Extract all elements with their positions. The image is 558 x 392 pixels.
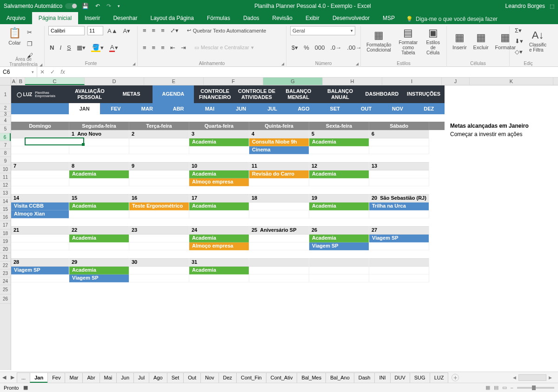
- month-mar[interactable]: MAR: [132, 103, 163, 114]
- sheet-tab-bal_ano[interactable]: Bal_Ano: [326, 372, 354, 383]
- orientation-icon[interactable]: ⤢▾: [169, 26, 180, 35]
- day-cell[interactable]: 2: [129, 130, 189, 154]
- user-name[interactable]: Leandro Borges: [505, 3, 545, 9]
- day-cell[interactable]: 16Teste Ergonométrico: [129, 194, 189, 218]
- row-header-22[interactable]: 22: [0, 261, 11, 269]
- day-cell[interactable]: 9: [129, 162, 189, 186]
- sheet-tab-set[interactable]: Set: [167, 372, 184, 383]
- month-jun[interactable]: JUN: [226, 103, 257, 114]
- month-set[interactable]: SET: [319, 103, 351, 114]
- event[interactable]: Revisão do Carro: [249, 170, 309, 178]
- col-header-G[interactable]: G: [263, 78, 323, 85]
- event[interactable]: Viagem SP: [11, 267, 69, 274]
- menu-layout[interactable]: Layout da Página: [144, 12, 200, 24]
- row-header-20[interactable]: 20: [0, 245, 11, 253]
- hscroll-track[interactable]: [518, 374, 546, 381]
- event[interactable]: Almoço empresa: [189, 178, 249, 186]
- day-cell[interactable]: 14Visita CCBBAlmoço Xian: [11, 194, 69, 218]
- month-jan[interactable]: JAN: [69, 103, 100, 114]
- day-cell[interactable]: 23: [129, 226, 189, 250]
- row-header-8[interactable]: 8: [0, 149, 11, 157]
- merge-center-button[interactable]: ▭Mesclar e Centralizar ▾: [190, 43, 258, 52]
- day-cell[interactable]: 17Academia: [189, 194, 249, 218]
- row-header-19[interactable]: 19: [0, 237, 11, 245]
- col-header-C[interactable]: C: [25, 78, 85, 85]
- day-cell[interactable]: 4Consulta Niobe 9hCinema: [249, 130, 309, 154]
- row-header-15[interactable]: 15: [0, 205, 11, 213]
- col-header-D[interactable]: D: [85, 78, 144, 85]
- increase-font-icon[interactable]: A▲: [106, 26, 119, 35]
- col-header-J[interactable]: J: [442, 78, 470, 85]
- font-dialog-icon[interactable]: ◢: [133, 62, 135, 66]
- row-header-18[interactable]: 18: [0, 229, 11, 237]
- nav-balanço-mensal[interactable]: BALANÇO MENSAL: [278, 85, 319, 103]
- nav-metas[interactable]: METAS: [111, 85, 153, 103]
- cell-styles-button[interactable]: ▣Estilos de Célula: [423, 26, 443, 56]
- col-header-E[interactable]: E: [144, 78, 204, 85]
- event[interactable]: Academia: [189, 138, 249, 146]
- align-right-icon[interactable]: ≡: [159, 43, 166, 52]
- save-icon[interactable]: 💾: [82, 3, 89, 9]
- col-header-F[interactable]: F: [204, 78, 263, 85]
- sheet-tab-nov[interactable]: Nov: [200, 372, 219, 383]
- day-cell[interactable]: 31Academia: [189, 258, 249, 282]
- sheet-tab-bal_mes[interactable]: Bal_Mes: [297, 372, 326, 383]
- number-dialog-icon[interactable]: ◢: [356, 62, 359, 66]
- row-header-13[interactable]: 13: [0, 189, 11, 197]
- sheet-tab-jun[interactable]: Jun: [116, 372, 134, 383]
- menu-review[interactable]: Revisão: [266, 12, 299, 24]
- view-page-break-icon[interactable]: ▭: [502, 385, 507, 391]
- day-cell[interactable]: 25Aniversário SP: [249, 226, 309, 250]
- format-as-table-button[interactable]: ▤Formatar como Tabela: [396, 26, 420, 56]
- row-header-5[interactable]: 5: [0, 125, 11, 133]
- row-header-12[interactable]: 12: [0, 181, 11, 189]
- event[interactable]: Teste Ergonométrico: [129, 203, 189, 210]
- increase-decimal-icon[interactable]: .0→: [329, 43, 343, 52]
- row-header-14[interactable]: 14: [0, 197, 11, 205]
- hscroll-right-icon[interactable]: ▶: [547, 375, 553, 380]
- col-header-H[interactable]: H: [323, 78, 382, 85]
- month-fev[interactable]: FEV: [100, 103, 131, 114]
- nav-agenda[interactable]: AGENDA: [153, 85, 194, 103]
- thousands-icon[interactable]: 000: [313, 43, 326, 52]
- menu-insert[interactable]: Inserir: [78, 12, 106, 24]
- month-ago[interactable]: AGO: [288, 103, 319, 114]
- sheet-tab-jan[interactable]: Jan: [30, 372, 48, 383]
- row-header-26[interactable]: 26: [0, 294, 11, 304]
- align-middle-icon[interactable]: ≡: [151, 26, 157, 35]
- number-format-select[interactable]: Geral▾: [290, 26, 355, 35]
- underline-button[interactable]: S: [66, 43, 73, 52]
- row-header-17[interactable]: 17: [0, 221, 11, 229]
- day-cell[interactable]: [11, 130, 69, 154]
- delete-cells-button[interactable]: ▦Excluir: [472, 31, 491, 51]
- cut-icon[interactable]: ✂: [26, 28, 34, 37]
- row-header-1[interactable]: 1: [0, 85, 11, 104]
- day-cell[interactable]: 18: [249, 194, 309, 218]
- day-cell[interactable]: 15Academia: [69, 194, 129, 218]
- row-header-16[interactable]: 16: [0, 213, 11, 221]
- fill-icon[interactable]: ⬇▾: [513, 37, 525, 46]
- month-out[interactable]: OUT: [351, 103, 382, 114]
- alignment-dialog-icon[interactable]: ◢: [281, 62, 284, 66]
- event[interactable]: Academia: [309, 138, 369, 146]
- day-cell[interactable]: 30: [129, 258, 189, 282]
- day-cell[interactable]: 13: [369, 162, 429, 186]
- font-name-input[interactable]: [48, 26, 85, 35]
- align-top-icon[interactable]: ≡: [141, 26, 148, 35]
- row-header-25[interactable]: 25: [0, 285, 11, 294]
- nav-dashboard[interactable]: DASHBOARD: [361, 85, 403, 103]
- month-dez[interactable]: DEZ: [413, 103, 445, 114]
- day-cell[interactable]: 10AcademiaAlmoço empresa: [189, 162, 249, 186]
- day-cell[interactable]: 8Academia: [69, 162, 129, 186]
- day-cell[interactable]: [309, 258, 369, 282]
- sheet-tab-...[interactable]: ...: [17, 372, 30, 383]
- menu-data[interactable]: Dados: [237, 12, 266, 24]
- event[interactable]: Visita CCBB: [11, 203, 69, 210]
- row-header-6[interactable]: 6: [0, 133, 11, 141]
- event[interactable]: Trilha na Urca: [369, 203, 429, 210]
- day-cell[interactable]: 28Viagem SP: [11, 258, 69, 282]
- name-box[interactable]: C6▾: [0, 67, 37, 77]
- event[interactable]: Academia: [69, 235, 129, 242]
- sheet-tab-mar[interactable]: Mar: [65, 372, 83, 383]
- sheet-tab-jul[interactable]: Jul: [133, 372, 149, 383]
